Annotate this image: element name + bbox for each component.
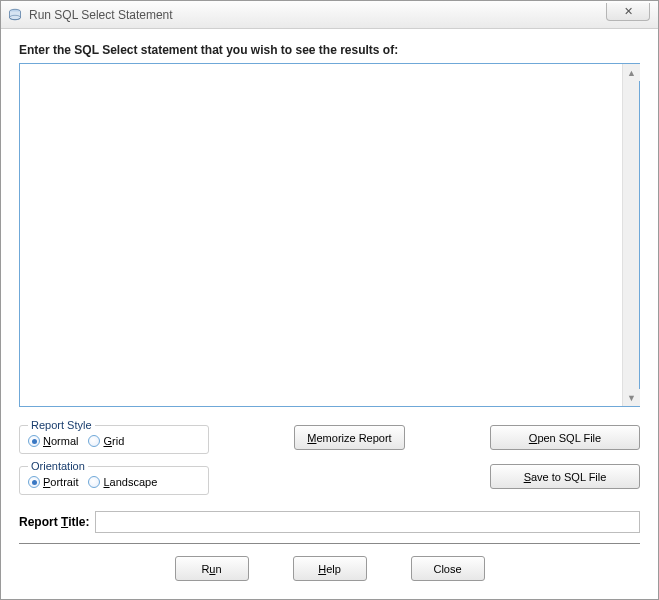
radio-portrait[interactable]: Portrait [28, 476, 78, 488]
dialog-content: Enter the SQL Select statement that you … [1, 29, 658, 599]
radio-dot-icon [88, 435, 100, 447]
memorize-report-button[interactable]: Memorize Report [294, 425, 404, 450]
help-button[interactable]: Help [293, 556, 367, 581]
radio-dot-icon [28, 476, 40, 488]
sql-input[interactable] [20, 64, 621, 406]
close-window-button[interactable]: ✕ [606, 3, 650, 21]
radio-dot-icon [28, 435, 40, 447]
radio-landscape-label: Landscape [103, 476, 157, 488]
titlebar: Run SQL Select Statement ✕ [1, 1, 658, 29]
options-column: Report Style Normal Grid Orientation [19, 419, 209, 501]
options-row: Report Style Normal Grid Orientation [19, 419, 640, 501]
save-sql-file-button[interactable]: Save to SQL File [490, 464, 640, 489]
run-button[interactable]: Run [175, 556, 249, 581]
prompt-label: Enter the SQL Select statement that you … [19, 43, 640, 57]
close-icon: ✕ [624, 5, 633, 18]
report-title-input[interactable] [95, 511, 640, 533]
separator [19, 543, 640, 544]
radio-normal-label: Normal [43, 435, 78, 447]
report-style-radios: Normal Grid [28, 435, 200, 447]
orientation-group: Orientation Portrait Landscape [19, 460, 209, 495]
scroll-down-icon[interactable]: ▼ [623, 389, 640, 406]
scrollbar[interactable]: ▲ ▼ [622, 64, 639, 406]
window-title: Run SQL Select Statement [29, 8, 173, 22]
sql-textarea-container: ▲ ▼ [19, 63, 640, 407]
open-sql-file-button[interactable]: Open SQL File [490, 425, 640, 450]
orientation-radios: Portrait Landscape [28, 476, 200, 488]
app-icon [7, 7, 23, 23]
dialog-window: Run SQL Select Statement ✕ Enter the SQL… [0, 0, 659, 600]
scroll-up-icon[interactable]: ▲ [623, 64, 640, 81]
report-title-row: Report Title: [19, 511, 640, 533]
report-title-label: Report Title: [19, 515, 89, 529]
file-buttons-column: Open SQL File Save to SQL File [490, 419, 640, 489]
memorize-column: Memorize Report [221, 419, 478, 450]
radio-portrait-label: Portrait [43, 476, 78, 488]
close-button[interactable]: Close [411, 556, 485, 581]
action-buttons: Run Help Close [19, 556, 640, 589]
orientation-legend: Orientation [28, 460, 88, 472]
radio-normal[interactable]: Normal [28, 435, 78, 447]
report-style-legend: Report Style [28, 419, 95, 431]
radio-grid-label: Grid [103, 435, 124, 447]
radio-landscape[interactable]: Landscape [88, 476, 157, 488]
radio-grid[interactable]: Grid [88, 435, 124, 447]
radio-dot-icon [88, 476, 100, 488]
report-style-group: Report Style Normal Grid [19, 419, 209, 454]
